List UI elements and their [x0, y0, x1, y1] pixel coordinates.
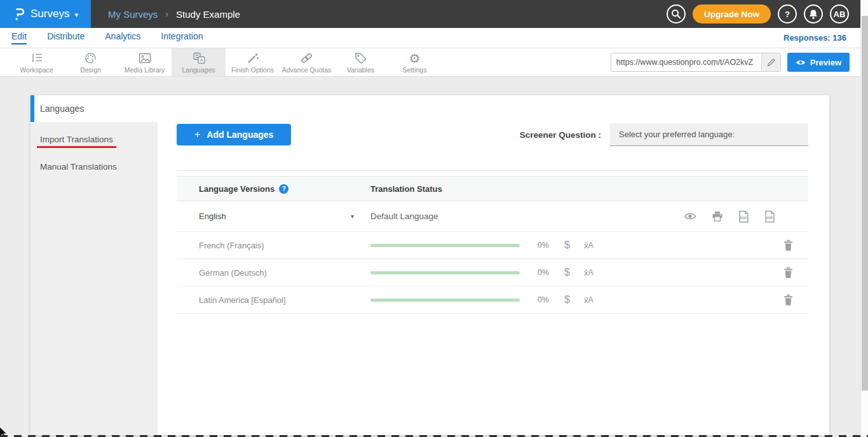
view-button[interactable]: [684, 212, 696, 220]
breadcrumb-my-surveys[interactable]: My Surveys: [108, 9, 158, 20]
default-language-select[interactable]: English ▾: [177, 212, 370, 221]
help-button[interactable]: ?: [778, 4, 797, 24]
header-actions: Upgrade Now ? AB: [667, 0, 849, 28]
help-icon[interactable]: ?: [279, 184, 288, 194]
delete-language-button[interactable]: [783, 239, 793, 251]
dollar-icon[interactable]: $: [564, 294, 570, 306]
screener-question-value: Select your preferred language:: [619, 130, 735, 139]
image-icon: [138, 51, 152, 65]
delete-language-button[interactable]: [783, 267, 793, 278]
chevron-down-icon: ▾: [351, 213, 354, 220]
toolbar-item-media-library[interactable]: Media Library: [118, 48, 172, 76]
sidebar-item-label: Languages: [40, 104, 84, 114]
edit-toolbar: Workspace Design Media Library: [0, 48, 868, 77]
export-pdf-button[interactable]: PDF: [764, 210, 775, 223]
trash-icon: [783, 294, 793, 306]
translate-icon[interactable]: x̄A: [584, 241, 593, 250]
table-header: Language Versions ? Translation Status: [177, 176, 808, 201]
trash-icon: [783, 239, 793, 251]
dollar-icon[interactable]: $: [564, 239, 570, 251]
scrollbar-thumb[interactable]: [862, 16, 868, 391]
toolbar-item-finish-options[interactable]: Finish Options: [226, 48, 280, 76]
screener-question: Screener Question : Select your preferre…: [520, 123, 808, 146]
svg-text:PDF: PDF: [766, 215, 773, 219]
sidebar-item-languages[interactable]: Languages: [31, 95, 158, 122]
questionpro-logo-icon: [13, 7, 25, 21]
toolbar-item-advance-quotas[interactable]: Advance Quotas: [280, 48, 334, 76]
screener-question-label: Screener Question :: [520, 130, 601, 140]
printer-icon: [712, 211, 723, 222]
toolbar-item-languages[interactable]: A Languages: [172, 48, 226, 76]
toolbar-item-label: Settings: [403, 66, 427, 74]
preview-button[interactable]: Preview: [787, 53, 850, 72]
column-label: Translation Status: [370, 184, 442, 194]
trash-icon: [783, 267, 793, 278]
toolbar-item-design[interactable]: Design: [64, 48, 118, 76]
sidebar-item-import-translations[interactable]: Import Translations: [40, 135, 158, 148]
translation-progress-value: 0%: [520, 268, 549, 277]
toolbar-item-settings[interactable]: ⚙ Settings: [388, 48, 442, 76]
tab-edit[interactable]: Edit: [11, 31, 27, 44]
toolbar-item-workspace[interactable]: Workspace: [10, 48, 64, 76]
default-language-status: Default Language: [370, 212, 438, 221]
toolbar-item-label: Design: [80, 66, 101, 74]
translation-progress-bar: [370, 271, 520, 274]
translation-progress-value: 0%: [520, 295, 549, 304]
delete-language-button[interactable]: [783, 294, 793, 306]
mouse-cursor: [0, 427, 7, 436]
dollar-icon[interactable]: $: [564, 267, 570, 278]
gear-icon: ⚙: [409, 51, 421, 65]
edit-url-button[interactable]: [761, 53, 780, 71]
scrollbar[interactable]: [860, 0, 868, 437]
translate-icon[interactable]: x̄A: [584, 268, 593, 278]
wand-icon: [246, 51, 260, 65]
responses-count[interactable]: Responses: 136: [783, 33, 846, 43]
toolbar-item-label: Languages: [182, 66, 215, 74]
tab-integration[interactable]: Integration: [161, 31, 203, 44]
column-translation-status: Translation Status: [370, 184, 808, 194]
upgrade-button[interactable]: Upgrade Now: [693, 4, 771, 24]
screener-question-select[interactable]: Select your preferred language:: [610, 123, 808, 146]
translate-icon[interactable]: x̄A: [584, 295, 593, 305]
pencil-icon: [767, 58, 775, 67]
table-row-french: French (Français) 0% $ x̄A: [177, 232, 808, 259]
content-area: Languages Import Translations Manual Tra…: [0, 77, 868, 437]
toolbar-item-variables[interactable]: Variables: [334, 48, 388, 76]
search-button[interactable]: [667, 4, 686, 24]
tab-analytics[interactable]: Analytics: [105, 31, 140, 44]
languages-table: Language Versions ? Translation Status E…: [177, 176, 808, 314]
preview-label: Preview: [810, 58, 841, 67]
print-button[interactable]: [712, 211, 723, 222]
language-name: Latin America [Español]: [199, 295, 286, 305]
pdf-icon: PDF: [764, 210, 775, 223]
languages-panel: + Add Languages Screener Question : Sele…: [158, 95, 829, 435]
toolbar-item-label: Workspace: [20, 66, 53, 74]
table-row-latin-america: Latin America [Español] 0% $ x̄A: [177, 286, 808, 314]
tab-distribute[interactable]: Distribute: [47, 31, 85, 44]
product-switcher[interactable]: Surveys ▾: [0, 0, 91, 28]
workspace-icon: [30, 51, 44, 65]
doc-icon: DOC: [738, 210, 749, 223]
sidebar: Languages Import Translations Manual Tra…: [31, 95, 158, 435]
export-doc-button[interactable]: DOC: [738, 210, 749, 223]
add-languages-label: Add Languages: [207, 130, 273, 140]
toolbar-item-label: Finish Options: [231, 66, 274, 74]
add-languages-button[interactable]: + Add Languages: [177, 124, 291, 145]
survey-url-input[interactable]: [611, 53, 761, 71]
default-row-actions: DOC PDF: [684, 210, 775, 223]
toolbar-item-label: Variables: [347, 66, 374, 74]
table-row-german: German (Deutsch) 0% $ x̄A: [177, 259, 808, 286]
toolbar-item-label: Advance Quotas: [282, 66, 332, 74]
svg-text:DOC: DOC: [740, 215, 748, 219]
notifications-button[interactable]: [804, 4, 823, 24]
avatar[interactable]: AB: [830, 4, 849, 24]
sidebar-item-manual-translations[interactable]: Manual Translations: [40, 162, 158, 171]
chevron-down-icon: ▾: [74, 11, 78, 19]
panel-toolbar: + Add Languages Screener Question : Sele…: [177, 123, 808, 146]
palette-icon: [84, 51, 97, 65]
sidebar-section: Import Translations Manual Translations: [31, 122, 158, 435]
column-label: Language Versions: [199, 184, 275, 194]
plus-icon: +: [194, 129, 200, 140]
breadcrumb-current: Study Example: [176, 9, 240, 20]
divider: [177, 170, 808, 171]
